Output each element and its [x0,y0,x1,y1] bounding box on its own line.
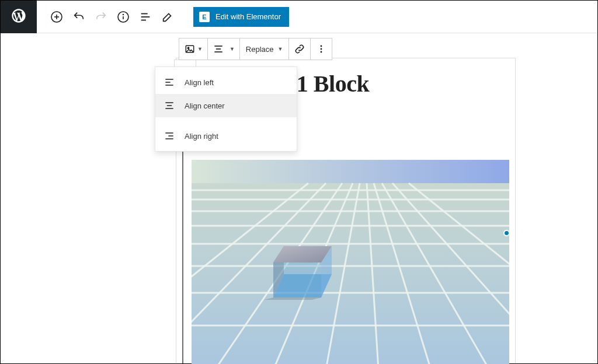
editor-top-toolbar: E Edit with Elementor [37,1,597,33]
svg-point-42 [321,48,322,50]
svg-point-43 [321,51,322,53]
svg-rect-52 [165,138,173,139]
svg-rect-46 [165,85,173,86]
svg-rect-8 [141,19,146,20]
edit-pencil-button[interactable] [157,6,178,27]
replace-button[interactable]: Replace ▼ [240,38,289,60]
svg-rect-44 [165,79,173,80]
align-dropdown: Align left Align center Align right [155,66,297,152]
caret-down-icon: ▼ [197,46,203,52]
outline-button[interactable] [135,6,156,27]
image-block[interactable] [192,160,507,364]
block-type-button[interactable]: ▼ [179,38,207,60]
svg-rect-45 [165,82,170,83]
elementor-badge-icon: E [199,12,210,22]
edit-with-elementor-button[interactable]: E Edit with Elementor [193,7,289,27]
align-left-icon [164,76,175,88]
svg-point-5 [123,14,124,15]
align-center-icon [164,100,175,111]
undo-button[interactable] [68,6,89,27]
align-left-item[interactable]: Align left [155,71,297,94]
elementor-button-label: Edit with Elementor [215,12,281,21]
admin-sidebar [1,1,37,33]
svg-point-37 [187,47,189,49]
svg-rect-47 [165,102,173,103]
add-block-button[interactable] [46,6,67,27]
svg-rect-9 [192,160,509,183]
wordpress-logo-icon[interactable] [11,8,27,26]
align-left-label: Align left [185,78,214,87]
svg-marker-35 [264,298,321,300]
svg-marker-34 [273,262,321,298]
block-toolbar: ▼ ▼ Replace ▼ [179,38,332,60]
svg-rect-40 [214,51,222,52]
align-right-label: Align right [185,132,218,141]
svg-rect-49 [165,108,173,109]
svg-rect-7 [141,16,150,18]
svg-rect-48 [167,105,172,106]
more-options-button[interactable] [311,38,332,60]
svg-rect-38 [214,46,222,47]
svg-point-41 [321,46,322,47]
align-right-item[interactable]: Align right [155,124,297,148]
align-button[interactable]: ▼ [208,38,239,60]
link-button[interactable] [289,38,310,60]
image-content-svg [192,160,509,364]
svg-rect-39 [216,48,221,50]
image-frame [192,160,509,364]
svg-rect-51 [168,135,173,136]
align-right-icon [164,130,175,142]
svg-rect-6 [141,13,148,14]
image-resize-handle[interactable] [503,230,510,236]
replace-label: Replace [246,45,274,54]
svg-rect-50 [165,132,173,134]
info-button[interactable] [113,6,134,27]
align-center-item[interactable]: Align center [155,94,297,117]
redo-button[interactable] [91,6,112,27]
caret-down-icon: ▼ [230,46,235,52]
caret-down-icon: ▼ [278,46,283,52]
align-center-label: Align center [185,102,225,110]
